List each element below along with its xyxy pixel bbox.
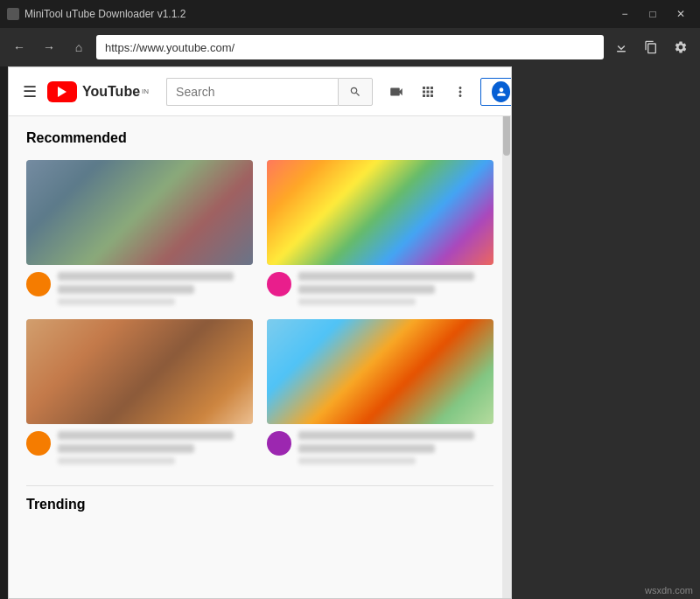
video-info-3 [26, 424, 253, 464]
maximize-button[interactable]: □ [640, 5, 665, 23]
video-title-4 [298, 431, 474, 440]
video-card-4[interactable] [267, 319, 494, 464]
video-title-3b [58, 444, 194, 453]
video-title-3 [58, 431, 234, 440]
video-text-2 [298, 272, 494, 305]
youtube-header: ☰ YouTube IN [9, 67, 511, 116]
youtube-header-right: SIGN IN [383, 78, 512, 106]
youtube-logo[interactable]: YouTube IN [47, 81, 149, 102]
trending-title: Trending [26, 485, 494, 516]
video-meta-4 [298, 457, 416, 464]
video-title-1 [58, 272, 234, 281]
more-options-button[interactable] [448, 78, 473, 106]
youtube-logo-icon [47, 81, 77, 102]
video-meta-3 [58, 457, 175, 464]
app-title: MiniTool uTube Downloader v1.1.2 [24, 8, 186, 20]
user-circle-icon [492, 81, 511, 102]
video-info-1 [26, 265, 253, 305]
browser-content: ☰ YouTube IN [8, 66, 512, 599]
video-thumbnail-3 [26, 319, 253, 424]
recommended-video-grid [26, 160, 494, 464]
youtube-country-code: IN [142, 87, 149, 95]
video-card-3[interactable] [26, 319, 253, 464]
video-meta-2 [298, 298, 416, 305]
back-button[interactable]: ← [7, 35, 32, 59]
forward-button[interactable]: → [37, 35, 61, 59]
video-title-2b [298, 285, 435, 294]
video-thumbnail-2 [267, 160, 494, 265]
minimize-button[interactable]: − [612, 5, 637, 23]
video-card-2[interactable] [267, 160, 494, 305]
youtube-main[interactable]: Recommended [9, 116, 511, 599]
download-button[interactable] [609, 35, 634, 59]
video-text-3 [58, 431, 253, 464]
youtube-logo-text: YouTube [82, 84, 140, 100]
video-card-1[interactable] [26, 160, 253, 305]
apps-button[interactable] [416, 78, 441, 106]
right-panel [512, 66, 700, 599]
title-bar-left: MiniTool uTube Downloader v1.1.2 [7, 8, 186, 20]
thumbnail-image-3 [26, 319, 253, 424]
close-button[interactable]: ✕ [668, 5, 693, 23]
copy-button[interactable] [639, 35, 663, 59]
search-input[interactable] [166, 78, 338, 106]
channel-avatar-2 [267, 272, 291, 296]
scrollbar[interactable] [502, 67, 511, 598]
video-info-4 [267, 424, 494, 464]
thumbnail-image-2 [267, 160, 494, 265]
video-thumbnail-4 [267, 319, 494, 424]
channel-avatar-1 [26, 272, 51, 296]
video-camera-button[interactable] [383, 78, 409, 106]
video-meta-1 [58, 298, 175, 305]
watermark: wsxdn.com [645, 585, 693, 596]
video-info-2 [267, 265, 494, 305]
nav-bar: ← → ⌂ [0, 28, 700, 66]
sign-in-button[interactable]: SIGN IN [480, 78, 512, 106]
title-bar-controls: − □ ✕ [612, 5, 693, 23]
home-button[interactable]: ⌂ [66, 35, 91, 59]
video-text-4 [298, 431, 494, 464]
nav-right-buttons [609, 35, 693, 59]
thumbnail-image-4 [267, 319, 494, 424]
video-title-4b [298, 444, 435, 453]
channel-avatar-3 [26, 431, 51, 456]
video-title-1b [58, 285, 194, 294]
address-bar[interactable] [96, 35, 604, 59]
video-title-2 [298, 272, 474, 281]
search-button[interactable] [338, 78, 373, 106]
thumbnail-image-1 [26, 160, 253, 265]
settings-button[interactable] [668, 35, 693, 59]
hamburger-menu[interactable]: ☰ [23, 82, 37, 101]
search-container [166, 78, 373, 106]
recommended-title: Recommended [26, 130, 494, 146]
video-text-1 [58, 272, 253, 305]
app-icon [7, 8, 19, 20]
video-thumbnail-1 [26, 160, 253, 265]
channel-avatar-4 [267, 431, 291, 456]
title-bar: MiniTool uTube Downloader v1.1.2 − □ ✕ [0, 0, 700, 28]
